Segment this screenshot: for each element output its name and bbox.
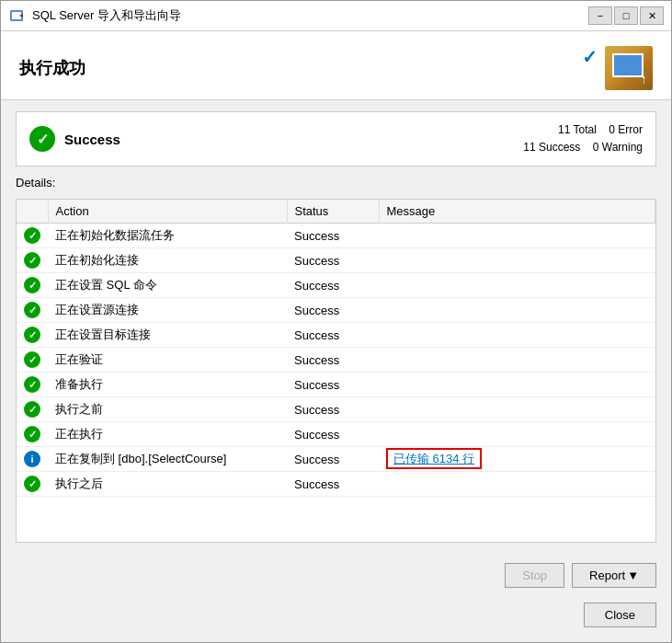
row-message-cell: [379, 397, 655, 422]
success-row-icon: ✓: [24, 302, 40, 318]
title-bar: SQL Server 导入和导出向导 − □ ✕: [1, 1, 671, 31]
info-row-icon: i: [24, 451, 40, 467]
row-status-icon-cell: ✓: [17, 273, 48, 298]
warning-count: 0: [593, 141, 599, 154]
row-status-cell: Success: [287, 397, 379, 422]
row-message-cell: [379, 422, 655, 447]
row-message-cell: [379, 224, 655, 248]
close-button[interactable]: ✕: [640, 6, 664, 25]
close-row: Close: [1, 603, 671, 642]
row-status-icon-cell: i: [17, 447, 48, 472]
row-status-icon-cell: ✓: [17, 422, 48, 447]
row-status-cell: Success: [287, 298, 379, 323]
details-table: Action Status Message ✓正在初始化数据流任务Success…: [17, 200, 655, 497]
success-count: 11: [523, 141, 535, 154]
row-status-icon-cell: ✓: [17, 397, 48, 422]
details-label: Details:: [16, 176, 656, 189]
success-check-icon: ✓: [582, 46, 598, 68]
row-status-cell: Success: [287, 348, 379, 373]
row-status-icon-cell: ✓: [17, 472, 48, 497]
table-row: ✓正在初始化连接Success: [17, 248, 655, 273]
table-row: ✓执行之后Success: [17, 472, 655, 497]
row-action-cell: 执行之前: [48, 397, 287, 422]
row-status-cell: Success: [287, 447, 379, 472]
status-counts: 11 Total 0 Error 11 Success 0 Warning: [523, 121, 643, 156]
row-message-cell: [379, 373, 655, 397]
status-box: ✓ Success 11 Total 0 Error 11 Success 0 …: [16, 111, 656, 166]
report-arrow-icon: ▼: [627, 568, 639, 582]
window-title: SQL Server 导入和导出向导: [32, 7, 583, 24]
success-row-icon: ✓: [24, 277, 40, 293]
row-action-cell: 正在设置源连接: [48, 298, 287, 323]
row-status-icon-cell: ✓: [17, 224, 48, 248]
transferred-rows-link[interactable]: 已传输 6134 行: [386, 448, 482, 469]
table-row: i正在复制到 [dbo].[SelectCourse]Success已传输 61…: [17, 447, 655, 472]
success-label-text: Success: [539, 141, 580, 154]
row-message-cell: [379, 273, 655, 298]
close-button-footer[interactable]: Close: [584, 603, 656, 627]
error-count: 0: [609, 123, 615, 136]
total-count: 11: [558, 123, 570, 136]
row-action-cell: 执行之后: [48, 472, 287, 497]
row-action-cell: 正在复制到 [dbo].[SelectCourse]: [48, 447, 287, 472]
error-label: Error: [618, 123, 643, 136]
header-area: 执行成功 ✓: [1, 31, 671, 100]
report-button[interactable]: Report ▼: [572, 563, 656, 588]
row-status-icon-cell: ✓: [17, 348, 48, 373]
row-action-cell: 正在初始化连接: [48, 248, 287, 273]
footer-buttons: Stop Report ▼: [505, 563, 656, 588]
row-action-cell: 正在执行: [48, 422, 287, 447]
stop-button[interactable]: Stop: [505, 563, 564, 588]
row-action-cell: 正在验证: [48, 348, 287, 373]
col-action-header: Action: [48, 200, 287, 224]
warning-label: Warning: [602, 141, 643, 154]
page-title: 执行成功: [19, 57, 85, 79]
success-row-icon: ✓: [24, 227, 40, 244]
row-status-cell: Success: [287, 248, 379, 273]
row-status-cell: Success: [287, 373, 379, 397]
table-row: ✓执行之前Success: [17, 397, 655, 422]
success-row-icon: ✓: [24, 426, 40, 442]
table-row: ✓准备执行Success: [17, 373, 655, 397]
status-success-icon: ✓: [29, 126, 55, 152]
row-status-cell: Success: [287, 422, 379, 447]
row-status-cell: Success: [287, 323, 379, 348]
maximize-button[interactable]: □: [614, 6, 638, 25]
success-row-icon: ✓: [24, 476, 40, 492]
row-action-cell: 正在设置目标连接: [48, 323, 287, 348]
row-status-icon-cell: ✓: [17, 323, 48, 348]
report-label: Report: [589, 568, 625, 582]
minimize-button[interactable]: −: [588, 6, 612, 25]
row-action-cell: 准备执行: [48, 373, 287, 397]
success-row-icon: ✓: [24, 252, 40, 269]
total-label: Total: [574, 123, 597, 136]
row-action-cell: 正在设置 SQL 命令: [48, 273, 287, 298]
col-message-header: Message: [379, 200, 655, 224]
success-row-icon: ✓: [24, 376, 40, 393]
app-icon: [8, 6, 27, 25]
row-status-icon-cell: ✓: [17, 373, 48, 397]
row-status-icon-cell: ✓: [17, 298, 48, 323]
row-message-cell: [379, 472, 655, 497]
row-message-cell: [379, 348, 655, 373]
success-row-icon: ✓: [24, 327, 40, 343]
col-icon-header: [17, 200, 48, 224]
status-left: ✓ Success: [29, 126, 120, 152]
table-row: ✓正在执行Success: [17, 422, 655, 447]
row-status-icon-cell: ✓: [17, 248, 48, 273]
row-status-cell: Success: [287, 273, 379, 298]
table-row: ✓正在初始化数据流任务Success: [17, 224, 655, 248]
row-message-cell[interactable]: 已传输 6134 行: [379, 447, 655, 472]
footer-area: Stop Report ▼: [1, 554, 671, 603]
content-area: ✓ Success 11 Total 0 Error 11 Success 0 …: [1, 100, 671, 554]
window-controls: − □ ✕: [588, 6, 664, 25]
main-window: SQL Server 导入和导出向导 − □ ✕ 执行成功 ✓ ✓ Succes…: [0, 0, 672, 643]
table-header-row: Action Status Message: [17, 200, 655, 224]
status-label: Success: [64, 132, 120, 147]
success-row-icon: ✓: [24, 401, 40, 418]
row-action-cell: 正在初始化数据流任务: [48, 224, 287, 248]
row-message-cell: [379, 323, 655, 348]
table-row: ✓正在设置 SQL 命令Success: [17, 273, 655, 298]
details-table-container[interactable]: Action Status Message ✓正在初始化数据流任务Success…: [16, 199, 656, 543]
success-row-icon: ✓: [24, 351, 40, 368]
